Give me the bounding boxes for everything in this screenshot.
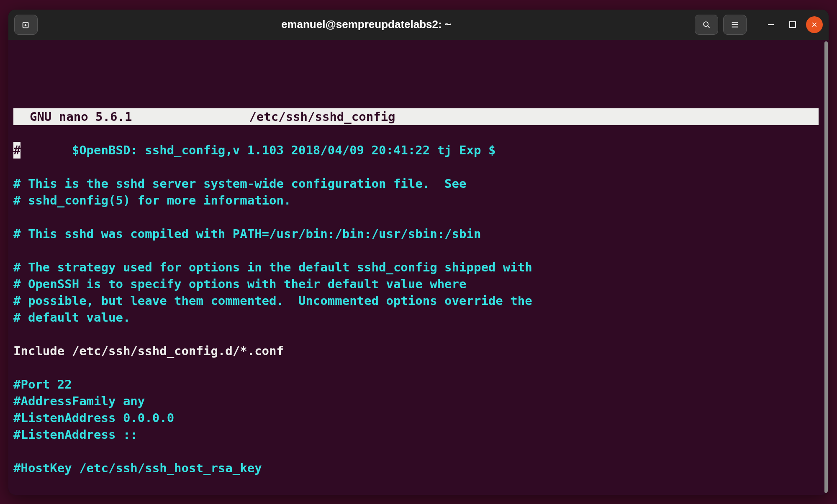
terminal-body[interactable]: GNU nano 5.6.1/etc/ssh/sshd_config # $Op… [8,40,829,495]
close-button[interactable] [806,16,823,33]
file-line: # This sshd was compiled with PATH=/usr/… [13,227,481,241]
file-line: # possible, but leave them commented. Un… [13,294,532,308]
new-tab-button[interactable] [14,15,38,35]
cursor: # [13,142,21,159]
titlebar: emanuel@sempreupdatelabs2: ~ [8,10,829,40]
file-line: #Port 22 [13,377,72,391]
file-line: # This is the sshd server system-wide co… [13,177,467,191]
search-button[interactable] [695,15,718,35]
file-line: Include /etc/ssh/sshd_config.d/*.conf [13,344,284,358]
editor-content[interactable]: # $OpenBSD: sshd_config,v 1.103 2018/04/… [13,142,827,476]
file-line: #ListenAddress 0.0.0.0 [13,411,174,425]
nano-header-bar: GNU nano 5.6.1/etc/ssh/sshd_config [13,108,819,125]
svg-point-1 [703,22,708,26]
scrollbar[interactable] [824,41,828,493]
file-line: $OpenBSD: sshd_config,v 1.103 2018/04/09… [21,143,496,157]
file-line: #ListenAddress :: [13,427,138,442]
file-line: # default value. [13,310,130,325]
file-line: # sshd_config(5) for more information. [13,193,291,207]
nano-app-name: GNU nano 5.6.1 [30,108,132,125]
window-title: emanuel@sempreupdatelabs2: ~ [42,18,691,31]
file-line: #AddressFamily any [13,394,145,408]
minimize-button[interactable] [763,16,779,33]
terminal-window: emanuel@sempreupdatelabs2: ~ GNU nano 5.… [8,10,829,495]
nano-file-path: /etc/ssh/sshd_config [249,108,395,125]
menu-button[interactable] [723,15,747,35]
file-line: # The strategy used for options in the d… [13,260,532,274]
maximize-button[interactable] [784,16,801,33]
file-line: #HostKey /etc/ssh/ssh_host_rsa_key [13,461,262,475]
file-line: # OpenSSH is to specify options with the… [13,277,467,291]
